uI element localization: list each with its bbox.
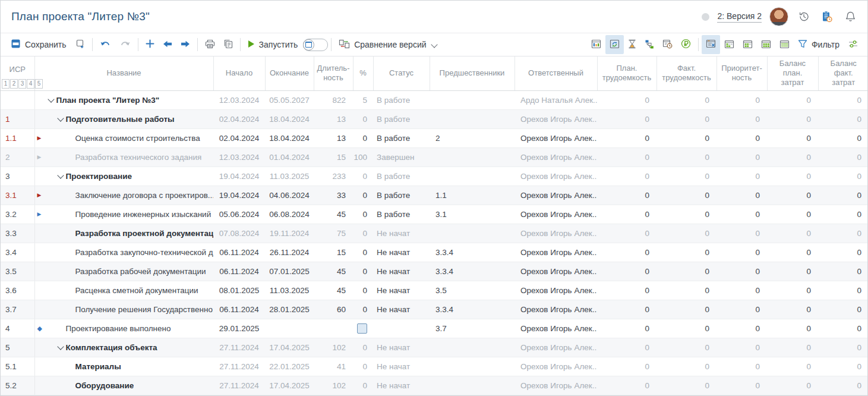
- indent-button[interactable]: [176, 35, 194, 54]
- cell-fact-cost-balance[interactable]: 0: [818, 300, 867, 319]
- cell-predecessors[interactable]: 3.5: [430, 281, 515, 300]
- cell-start[interactable]: 12.03.2024: [213, 147, 265, 166]
- cell-name[interactable]: Разработка рабочей документации: [34, 262, 213, 281]
- resource-plan-button[interactable]: [587, 35, 605, 54]
- cell-start[interactable]: 06.11.2024: [213, 243, 265, 262]
- wbs-level-button[interactable]: 4: [27, 79, 34, 89]
- cell-plan-cost-balance[interactable]: 0: [767, 166, 818, 186]
- cell-priority[interactable]: 0: [717, 128, 767, 147]
- cell-name[interactable]: Оборудование: [34, 376, 213, 395]
- cell-priority[interactable]: 0: [717, 300, 767, 319]
- cell-plan-work[interactable]: 0: [597, 319, 656, 338]
- cell-end[interactable]: 11.03.2025: [265, 166, 314, 186]
- cell-wbs[interactable]: 3: [1, 166, 34, 186]
- cell-plan-cost-balance[interactable]: 0: [767, 376, 818, 395]
- cell-responsible[interactable]: Орехов Игорь Алек...: [515, 186, 597, 205]
- cell-fact-work[interactable]: 0: [656, 319, 717, 338]
- history-icon[interactable]: [796, 9, 812, 24]
- cell-end[interactable]: 19.11.2024: [265, 224, 314, 243]
- cell-predecessors[interactable]: 3.1: [430, 205, 515, 224]
- cell-wbs[interactable]: 3.7: [1, 300, 34, 319]
- cell-start[interactable]: 07.08.2024: [213, 224, 265, 243]
- cell-plan-work[interactable]: 0: [597, 128, 656, 147]
- cell-priority[interactable]: 0: [717, 376, 767, 395]
- cell-duration[interactable]: 13: [314, 109, 353, 128]
- cell-name[interactable]: Разработка проектной документац...: [34, 224, 213, 243]
- cell-name[interactable]: Подготовительные работы: [34, 109, 213, 128]
- cell-end[interactable]: 22.01.2025: [265, 357, 314, 376]
- cell-end[interactable]: 28.01.2025: [265, 300, 314, 319]
- cell-start[interactable]: 02.04.2024: [213, 109, 265, 128]
- cell-start[interactable]: 27.11.2024: [213, 376, 265, 395]
- cell-predecessors[interactable]: [430, 338, 515, 357]
- cell-responsible[interactable]: Орехов Игорь Алек...: [515, 224, 597, 243]
- cell-plan-cost-balance[interactable]: 0: [767, 128, 818, 147]
- run-button[interactable]: Запустить: [244, 35, 302, 54]
- cell-name[interactable]: ▶ Оценка стоимости строительства: [34, 128, 213, 147]
- cell-fact-cost-balance[interactable]: 0: [818, 205, 867, 224]
- cell-start[interactable]: 05.06.2024: [213, 205, 265, 224]
- cell-fact-cost-balance[interactable]: 0: [818, 224, 867, 243]
- cell-priority[interactable]: 0: [717, 281, 767, 300]
- cell-plan-work[interactable]: 0: [597, 357, 656, 376]
- collapse-chevron-icon[interactable]: [66, 266, 75, 276]
- collapse-chevron-icon[interactable]: [66, 152, 75, 162]
- cell-wbs[interactable]: 3.2: [1, 205, 34, 224]
- notifications-bell-icon[interactable]: [842, 9, 858, 24]
- cell-percent[interactable]: [353, 319, 373, 338]
- cell-fact-cost-balance[interactable]: 0: [818, 243, 867, 262]
- cell-duration[interactable]: [314, 319, 353, 338]
- outdent-button[interactable]: [159, 35, 176, 54]
- cell-percent[interactable]: 0: [353, 300, 373, 319]
- table-row[interactable]: 3.3 Разработка проектной документац... 0…: [1, 224, 867, 243]
- currency-button[interactable]: [677, 35, 695, 54]
- collapse-chevron-icon[interactable]: [66, 304, 75, 314]
- cell-fact-cost-balance[interactable]: 0: [818, 109, 867, 128]
- cell-wbs[interactable]: [1, 90, 34, 109]
- cell-plan-cost-balance[interactable]: 0: [767, 338, 818, 357]
- redo-button[interactable]: [115, 35, 135, 54]
- milestone-checkbox[interactable]: [357, 323, 367, 334]
- cell-duration[interactable]: 102: [314, 338, 353, 357]
- cell-plan-cost-balance[interactable]: 0: [767, 147, 818, 166]
- cell-duration[interactable]: 822: [314, 90, 353, 109]
- collapse-chevron-icon[interactable]: [56, 171, 66, 181]
- cell-name[interactable]: ▶ Заключение договора с проектиров...: [34, 186, 213, 205]
- cell-fact-cost-balance[interactable]: 0: [818, 376, 867, 395]
- cell-wbs[interactable]: 1.1: [1, 128, 34, 147]
- cell-wbs[interactable]: 3.3: [1, 224, 34, 243]
- collapse-chevron-icon[interactable]: [56, 323, 66, 333]
- cell-fact-work[interactable]: 0: [656, 262, 717, 281]
- cell-plan-work[interactable]: 0: [597, 166, 656, 186]
- cell-priority[interactable]: 0: [717, 90, 767, 109]
- recalculate-button[interactable]: [605, 35, 624, 54]
- cell-status[interactable]: Не начат: [373, 262, 430, 281]
- cell-plan-cost-balance[interactable]: 0: [767, 262, 818, 281]
- cell-status[interactable]: Не начат: [373, 357, 430, 376]
- collapse-chevron-icon[interactable]: [47, 95, 56, 105]
- cell-plan-work[interactable]: 0: [597, 243, 656, 262]
- cell-name[interactable]: Расценка сметной документации: [34, 281, 213, 300]
- cell-wbs[interactable]: 3.5: [1, 262, 34, 281]
- cell-status[interactable]: [373, 319, 430, 338]
- wbs-level-button[interactable]: 5: [35, 79, 43, 89]
- cell-fact-work[interactable]: 0: [656, 128, 717, 147]
- cell-name[interactable]: Проектирование: [34, 166, 213, 186]
- cell-end[interactable]: 26.11.2024: [265, 243, 314, 262]
- cell-plan-cost-balance[interactable]: 0: [767, 281, 818, 300]
- calendar-month-button[interactable]: [757, 35, 775, 54]
- table-row[interactable]: 3.2 ▶ Проведение инженерных изысканий 05…: [1, 205, 867, 224]
- col-header-plan-work[interactable]: План. трудоемкость: [597, 56, 656, 90]
- cell-wbs[interactable]: 2: [1, 147, 34, 166]
- cell-status[interactable]: В работе: [373, 128, 430, 147]
- cell-duration[interactable]: 75: [314, 224, 353, 243]
- cell-status[interactable]: В работе: [373, 205, 430, 224]
- collapse-chevron-icon[interactable]: [66, 209, 75, 219]
- table-row[interactable]: 3.6 Расценка сметной документации 08.01.…: [1, 281, 867, 300]
- version-selector[interactable]: 2: Версия 2: [717, 11, 762, 23]
- view-settings-button[interactable]: [844, 35, 863, 54]
- cell-fact-work[interactable]: 0: [656, 357, 717, 376]
- table-row[interactable]: 3.5 Разработка рабочей документации 06.1…: [1, 262, 867, 281]
- cell-responsible[interactable]: Орехов Игорь Алек...: [515, 338, 597, 357]
- cell-predecessors[interactable]: [430, 166, 515, 186]
